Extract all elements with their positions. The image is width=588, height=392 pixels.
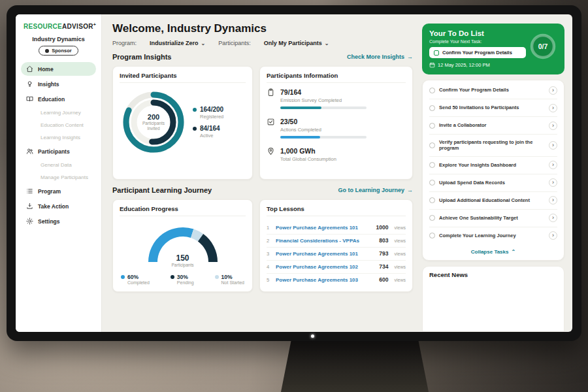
task-row[interactable]: Send 50 Invitations to Participants ›	[429, 99, 557, 117]
task-row[interactable]: Complete Your Learning Journey ›	[429, 227, 557, 244]
task-checkbox-icon[interactable]	[429, 123, 435, 129]
participants-information-card: Participants Information 79/164 Emission…	[259, 66, 413, 180]
lesson-views: 600	[379, 276, 388, 283]
sponsor-label: Sponsor	[52, 48, 71, 54]
next-task-row[interactable]: Confirm Your Program Details	[429, 47, 526, 58]
task-checkbox-icon[interactable]	[429, 197, 435, 203]
gauge-center-value: 150	[140, 253, 226, 263]
task-chevron-icon[interactable]: ›	[549, 178, 557, 187]
program-filter-dropdown[interactable]: Industrialize Zero ⌄	[150, 40, 205, 46]
progress-bar-fill	[280, 106, 321, 109]
recent-news-title: Recent News	[429, 271, 557, 278]
checkbox-icon[interactable]	[434, 50, 439, 56]
logo-primary: RESOURCE	[24, 23, 62, 30]
task-checkbox-icon[interactable]	[429, 180, 435, 186]
participants-filter-value: Only My Participants	[264, 40, 322, 46]
info-row: 23/50 Actions Completed	[267, 118, 406, 139]
lesson-link[interactable]: Financial Considerations - VPPAs	[276, 238, 375, 244]
lesson-link[interactable]: Power Purchase Agreements 102	[276, 264, 375, 270]
lesson-row: 5 Power Purchase Agreements 103 600 view…	[267, 274, 406, 286]
sidebar-item-participants[interactable]: Participants	[21, 144, 96, 158]
dashboard-screen: RESOURCEADVISOR+ Industry Dynamics Spons…	[16, 14, 572, 332]
legend-dot	[121, 275, 125, 279]
sidebar-item-general-data[interactable]: General Data	[21, 159, 96, 171]
task-chevron-icon[interactable]: ›	[549, 104, 557, 112]
sidebar-item-label: Take Action	[38, 203, 69, 210]
task-chevron-icon[interactable]: ›	[549, 122, 557, 130]
sidebar-item-education[interactable]: Education	[21, 92, 96, 106]
lesson-views: 803	[379, 237, 388, 244]
legend-dot	[171, 275, 174, 279]
go-to-learning-journey-link[interactable]: Go to Learning Journey →	[338, 187, 413, 193]
task-row[interactable]: Invite a Collaborator ›	[429, 117, 557, 135]
lesson-link[interactable]: Power Purchase Agreements 103	[276, 277, 375, 283]
collapse-label: Collapse Tasks	[471, 249, 509, 255]
people-icon	[26, 148, 33, 155]
learning-journey-cards: Education Progress 150 Participants 60%	[112, 199, 413, 292]
sidebar-item-learning-journey[interactable]: Learning Journey	[21, 107, 96, 118]
task-row[interactable]: Upload Additional Educational Content ›	[429, 192, 557, 210]
lesson-rank: 4	[267, 264, 272, 270]
sidebar-item-insights[interactable]: Insights	[21, 77, 96, 91]
task-chevron-icon[interactable]: ›	[549, 214, 557, 222]
task-chevron-icon[interactable]: ›	[549, 141, 557, 150]
lesson-link[interactable]: Power Purchase Agreements 101	[276, 251, 375, 257]
task-chevron-icon[interactable]: ›	[549, 231, 557, 240]
task-checkbox-icon[interactable]	[429, 142, 435, 148]
task-checkbox-icon[interactable]	[429, 88, 435, 93]
task-label: Send 50 Invitations to Participants	[439, 105, 545, 111]
calendar-icon	[429, 62, 435, 68]
info-value: 23/50	[280, 118, 367, 125]
task-checkbox-icon[interactable]	[429, 233, 435, 238]
task-row[interactable]: Explore Your Insights Dashboard ›	[429, 157, 557, 174]
task-checkbox-icon[interactable]	[429, 105, 435, 111]
sponsor-badge[interactable]: Sponsor	[39, 46, 78, 56]
check-more-insights-link[interactable]: Check More Insights →	[347, 54, 413, 60]
section-title: Participant Learning Journey	[112, 186, 212, 194]
sidebar-item-manage-participants[interactable]: Manage Participants	[21, 172, 96, 183]
sidebar-item-program[interactable]: Program	[21, 184, 96, 198]
sidebar-nav: Home Insights Education Learning Journey…	[16, 62, 101, 228]
task-checkbox-icon[interactable]	[429, 215, 435, 221]
page-title: Welcome, Industry Dynamics	[112, 22, 413, 35]
lesson-row: 1 Power Purchase Agreements 101 1000 vie…	[267, 221, 406, 235]
next-task-label: Confirm Your Program Details	[442, 50, 512, 56]
program-filter-value: Industrialize Zero	[150, 40, 199, 46]
gauge-legend: 60% Completed 30% Pending 10% Not Starte…	[120, 274, 246, 285]
program-insights-header: Program Insights Check More Insights →	[112, 53, 413, 61]
card-title: Education Progress	[120, 205, 246, 216]
progress-bar	[280, 136, 367, 139]
legend-label: Not Started	[221, 280, 244, 285]
next-task-due: 12 May 2025, 12:00 PM	[429, 62, 557, 68]
task-label: Verify participants requesting to join t…	[439, 139, 545, 152]
task-row[interactable]: Verify participants requesting to join t…	[429, 135, 557, 157]
sidebar-item-learning-insights[interactable]: Learning Insights	[21, 132, 96, 143]
sidebar-item-label: Education	[38, 96, 65, 103]
task-row[interactable]: Upload Spend Data Records ›	[429, 174, 557, 192]
lesson-views-suffix: views	[394, 278, 406, 282]
task-chevron-icon[interactable]: ›	[549, 161, 557, 169]
card-title: Top Lessons	[267, 205, 406, 216]
sidebar-item-education-content[interactable]: Education Content	[21, 120, 96, 131]
progress-bar-fill	[280, 136, 320, 139]
sidebar-item-settings[interactable]: Settings	[21, 214, 96, 228]
participants-filter-dropdown[interactable]: Only My Participants ⌄	[264, 40, 329, 46]
sidebar-item-take-action[interactable]: Take Action	[21, 199, 96, 213]
task-chevron-icon[interactable]: ›	[549, 196, 557, 204]
legend-dot	[193, 127, 197, 131]
lesson-link[interactable]: Power Purchase Agreements 101	[276, 225, 372, 231]
collapse-tasks-link[interactable]: Collapse Tasks ⌃	[429, 244, 557, 257]
task-checkbox-icon[interactable]	[429, 162, 435, 168]
legend-value: 164/200	[200, 106, 223, 113]
task-row[interactable]: Confirm Your Program Details ›	[429, 82, 557, 99]
sidebar-item-home[interactable]: Home	[21, 62, 96, 76]
task-label: Upload Spend Data Records	[439, 180, 545, 186]
task-label: Upload Additional Educational Content	[439, 197, 545, 204]
task-chevron-icon[interactable]: ›	[549, 86, 557, 95]
link-label: Go to Learning Journey	[338, 187, 404, 193]
legend-label: Registered	[200, 114, 223, 120]
lesson-views: 734	[379, 263, 388, 270]
task-row[interactable]: Achieve One Sustainability Target ›	[429, 210, 557, 227]
education-gauge-chart: 150 Participants	[140, 221, 226, 267]
chevron-up-icon: ⌃	[511, 249, 515, 255]
